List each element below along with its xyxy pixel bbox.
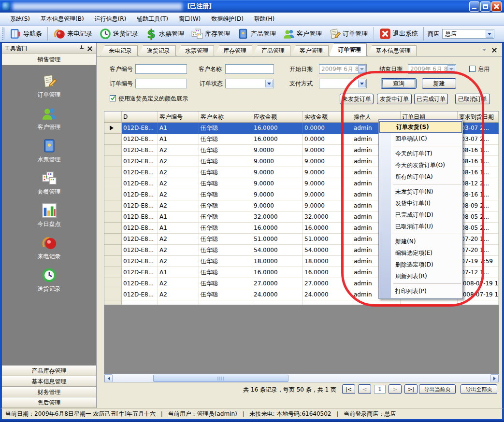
tab-close-icon[interactable] xyxy=(492,48,496,52)
toolbar-button[interactable]: 退出系统 xyxy=(375,26,421,42)
menubar-item[interactable]: 系统(S) xyxy=(5,13,35,25)
context-menu-item[interactable]: 订单发货(S) xyxy=(379,121,462,133)
customer-no-input[interactable] xyxy=(135,64,187,74)
order-status-combobox[interactable] xyxy=(225,79,274,88)
close-button[interactable] xyxy=(491,1,502,12)
context-menu-item[interactable]: 刷新列表(R) xyxy=(379,270,462,282)
menubar-item[interactable]: 窗口(W) xyxy=(173,13,206,25)
menubar-item[interactable]: 基本信息管理(B) xyxy=(35,13,89,25)
pay-method-combobox[interactable] xyxy=(319,79,367,88)
tab[interactable]: 客户管理 xyxy=(291,45,329,56)
toolbar-button[interactable]: 订单管理 xyxy=(325,26,371,42)
toolbar-button[interactable]: 导航条 xyxy=(6,26,45,42)
tab[interactable]: 产品管理 xyxy=(253,45,290,56)
sidebar-item[interactable]: 送货记录 xyxy=(2,267,96,293)
row-selector[interactable] xyxy=(104,167,122,178)
menubar-item[interactable]: 辅助工具(T) xyxy=(131,13,173,25)
sidebar-item[interactable]: 水票管理 xyxy=(2,138,96,164)
sidebar-section-bar[interactable]: 产品库存管理 xyxy=(2,366,96,376)
sidebar-section-bar[interactable]: 售后管理 xyxy=(2,397,96,408)
tab[interactable]: 来电记录 xyxy=(100,45,138,56)
row-selector[interactable] xyxy=(104,256,122,267)
horizontal-scrollbar[interactable] xyxy=(104,374,499,382)
toolbar-button[interactable]: 来电记录 xyxy=(50,26,96,42)
context-menu-item[interactable]: 今天的发货订单(O) xyxy=(379,159,462,171)
tab[interactable]: 订单管理 xyxy=(329,43,367,56)
sidebar-item[interactable]: 套餐管理 xyxy=(2,170,96,196)
previous-page-button[interactable]: < xyxy=(358,384,371,394)
new-button[interactable]: 新建 xyxy=(422,78,456,89)
order-no-input[interactable] xyxy=(135,79,187,88)
export-current-page-button[interactable]: 导出当前页 xyxy=(419,384,456,394)
filter-cancelled-button[interactable]: 已取消订单 xyxy=(455,94,490,104)
row-selector[interactable] xyxy=(104,245,122,256)
sidebar-close-button[interactable] xyxy=(86,44,94,53)
filter-unshipped-button[interactable]: 未发货订单 xyxy=(340,94,374,104)
tab[interactable]: 送货记录 xyxy=(138,45,176,56)
scrollbar-thumb[interactable] xyxy=(153,375,288,382)
row-selector[interactable] xyxy=(104,211,122,223)
context-menu-item[interactable]: 所有的订单(A) xyxy=(379,171,462,183)
menubar-item[interactable]: 帮助(H) xyxy=(249,13,280,25)
sidebar-item[interactable]: 订单管理 xyxy=(2,73,96,99)
context-menu-item[interactable]: 新建(N) xyxy=(379,236,462,247)
tab-list-dropdown-icon[interactable] xyxy=(482,49,486,53)
context-menu-item[interactable]: 未发货订单(N) xyxy=(379,186,462,197)
column-header[interactable]: 实收金额 xyxy=(303,112,352,123)
sidebar-item[interactable]: 今日盘点 xyxy=(2,202,96,228)
end-date-picker[interactable]: 2009年 6月 8日 xyxy=(408,64,456,74)
context-menu-item[interactable]: 回单确认(C) xyxy=(379,133,462,144)
shop-combobox-arrow[interactable] xyxy=(486,30,493,38)
maximize-button[interactable] xyxy=(480,1,490,12)
toolbar-button[interactable]: 客户管理 xyxy=(279,26,325,42)
context-menu-item[interactable]: 发货中订单(I) xyxy=(379,197,462,209)
row-selector[interactable] xyxy=(104,223,122,234)
row-selector[interactable] xyxy=(104,134,122,145)
row-selector[interactable] xyxy=(104,200,122,211)
context-menu-item[interactable]: 编辑选定项(E) xyxy=(379,247,462,259)
query-button[interactable]: 查询 xyxy=(381,78,417,89)
sidebar-section-header[interactable]: 销售管理 xyxy=(2,54,96,65)
row-selector[interactable] xyxy=(104,289,122,300)
toolbar-button[interactable]: $水票管理 xyxy=(142,26,187,42)
context-menu-item[interactable]: 已完成订单(D) xyxy=(379,209,462,221)
context-menu-item[interactable]: 删除选定项(D) xyxy=(379,259,462,270)
tab[interactable]: 水票管理 xyxy=(176,45,214,56)
row-selector[interactable] xyxy=(104,267,122,278)
start-date-arrow[interactable] xyxy=(358,65,366,73)
minimize-button[interactable] xyxy=(469,1,479,12)
toolbar-button[interactable]: 产品管理 xyxy=(233,26,279,42)
column-header[interactable]: 客户名称 xyxy=(199,112,252,123)
export-all-pages-button[interactable]: 导出全部页 xyxy=(461,384,497,394)
column-header[interactable]: 要求到货日期 xyxy=(458,112,499,123)
last-page-button[interactable]: >| xyxy=(404,384,418,394)
filter-shipping-button[interactable]: 发货中订单 xyxy=(377,94,412,104)
row-selector[interactable] xyxy=(104,278,122,289)
first-page-button[interactable]: |< xyxy=(342,384,355,394)
row-selector[interactable] xyxy=(104,156,122,167)
row-selector[interactable] xyxy=(104,145,122,156)
menubar-item[interactable]: 数据维护(D) xyxy=(206,13,249,25)
end-date-arrow[interactable] xyxy=(447,65,455,73)
sidebar-section-bar[interactable]: 基本信息管理 xyxy=(2,376,96,387)
filter-completed-button[interactable]: 已完成订单 xyxy=(414,94,448,104)
column-header[interactable]: D xyxy=(122,112,158,123)
scroll-left-button[interactable] xyxy=(104,374,113,382)
order-status-arrow[interactable] xyxy=(265,80,273,87)
toolbar-grip[interactable] xyxy=(2,28,3,40)
column-header[interactable]: 客户编号 xyxy=(158,112,199,123)
sidebar-item[interactable]: 来电记录 xyxy=(2,235,96,261)
customer-name-input[interactable] xyxy=(225,64,274,74)
pay-method-arrow[interactable] xyxy=(358,80,366,87)
context-menu-item[interactable]: 今天的订单(T) xyxy=(379,148,462,159)
start-date-picker[interactable]: 2009年 6月 8日 xyxy=(319,64,367,74)
tab[interactable]: 库存管理 xyxy=(215,45,252,56)
shop-combobox[interactable]: 总店 xyxy=(442,29,494,39)
row-selector[interactable] xyxy=(104,189,122,200)
pin-button[interactable] xyxy=(77,44,86,53)
tab[interactable]: 基本信息管理 xyxy=(367,45,417,56)
scroll-right-button[interactable] xyxy=(490,374,499,382)
next-page-button[interactable]: > xyxy=(389,384,402,394)
context-menu-item[interactable]: 打印列表(P) xyxy=(379,285,462,297)
toolbar-button[interactable]: 库存管理 xyxy=(187,26,233,42)
